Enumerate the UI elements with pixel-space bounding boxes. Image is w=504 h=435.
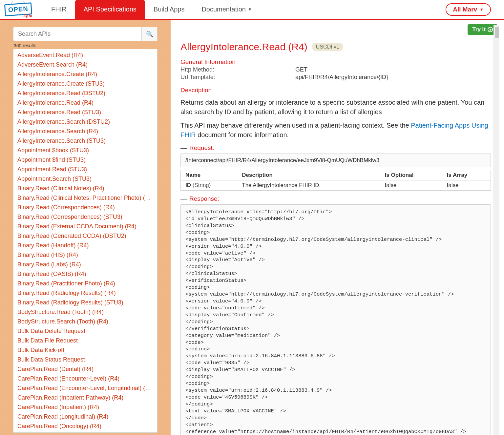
api-list-item[interactable]: Binary.Read (HIS) (R4) — [13, 250, 157, 260]
api-list-item[interactable]: Binary.Read (Clinical Notes, Practitione… — [13, 193, 157, 203]
table-row: ID (String) The AllergyIntolerance FHIR … — [181, 180, 491, 191]
api-list-item[interactable]: Binary.Read (Radiology Results) (STU3) — [13, 298, 157, 307]
top-nav-bar: OPEN FHIRAPI SpecificationsBuild AppsDoc… — [0, 0, 504, 20]
results-count: 360 results — [14, 43, 158, 48]
user-menu-button[interactable]: Ali Marv ▼ — [446, 3, 491, 16]
url-template-row: Url Template: api/FHIR/R4/AllergyIntoler… — [180, 74, 491, 81]
main-panel: Try It ➜ AllergyIntolerance.Read (R4) US… — [171, 20, 504, 435]
api-list[interactable]: AdverseEvent.Read (R4)AdverseEvent.Searc… — [13, 49, 158, 433]
api-list-item[interactable]: Appointment.Search (STU3) — [13, 174, 157, 184]
nav-tab-api-specifications[interactable]: API Specifications — [75, 0, 145, 19]
api-list-item[interactable]: Binary.Read (OASIS) (R4) — [13, 269, 157, 279]
api-list-item[interactable]: CarePlan.Read (Inpatient) (R4) — [13, 403, 157, 412]
http-method-row: Http Method: GET — [180, 66, 491, 73]
api-list-item[interactable]: Binary.Read (Practitioner Photo) (R4) — [13, 279, 157, 288]
search-box: 🔍 — [13, 27, 158, 41]
search-button[interactable]: 🔍 — [141, 27, 157, 41]
api-list-item[interactable]: Bulk Data File Request — [13, 336, 157, 345]
api-list-item[interactable]: CarePlan.Read (Longitudinal) (R4) — [13, 412, 157, 422]
minus-icon: — — [180, 195, 187, 202]
api-list-item[interactable]: Appointment.Read (STU3) — [13, 165, 157, 174]
table-header: Is Array — [442, 170, 491, 180]
api-list-item[interactable]: CarePlan.Read (Inpatient Pathway) (R4) — [13, 393, 157, 403]
logo[interactable]: OPEN — [0, 3, 36, 15]
api-list-item[interactable]: Bulk Data Status Request — [13, 355, 157, 364]
api-list-item[interactable]: AllergyIntolerance.Create (R4) — [13, 70, 157, 79]
api-list-item[interactable]: AllergyIntolerance.Search (R4) — [13, 127, 157, 136]
nav-tab-fhir[interactable]: FHIR — [43, 0, 75, 19]
uscdi-badge: USCDI v1 — [312, 43, 343, 51]
scrollbar-thumb[interactable] — [495, 27, 499, 38]
api-list-item[interactable]: Bulk Data Delete Request — [13, 326, 157, 336]
api-list-item[interactable]: Binary.Read (External CCDA Document) (R4… — [13, 222, 157, 231]
api-list-item[interactable]: Binary.Read (Radiology Results) (R4) — [13, 288, 157, 298]
chevron-down-icon: ▼ — [248, 7, 252, 12]
response-body: <AllergyIntolerance xmlns="http://hl7.or… — [180, 204, 491, 435]
request-url-box: /Interconnect/api/FHIR/R4/AllergyIntoler… — [180, 154, 491, 167]
table-header: Description — [237, 170, 380, 180]
api-list-item[interactable]: AllergyIntolerance.Search (DSTU2) — [13, 117, 157, 127]
sidebar: 🔍 360 results AdverseEvent.Read (R4)Adve… — [0, 20, 171, 435]
chevron-down-icon: ▼ — [480, 7, 484, 12]
search-input[interactable] — [13, 27, 141, 41]
api-list-item[interactable]: AdverseEvent.Read (R4) — [13, 51, 157, 60]
params-table: NameDescriptionIs OptionalIs Array ID (S… — [180, 170, 491, 191]
table-header: Name — [181, 170, 237, 180]
arrow-right-icon: ➜ — [488, 27, 493, 32]
page-title: AllergyIntolerance.Read (R4) USCDI v1 — [180, 41, 491, 52]
api-list-item[interactable]: AllergyIntolerance.Create (STU3) — [13, 79, 157, 89]
nav-tab-build-apps[interactable]: Build Apps — [145, 0, 193, 19]
api-list-item[interactable]: Binary.Read (Correspondences) (STU3) — [13, 212, 157, 222]
api-list-item[interactable]: AdverseEvent.Search (R4) — [13, 60, 157, 70]
table-header: Is Optional — [380, 170, 442, 180]
response-toggle[interactable]: — Response: — [180, 195, 491, 202]
api-list-item[interactable]: Bulk Data Kick-off — [13, 345, 157, 355]
api-list-item[interactable]: AllergyIntolerance.Read (R4) — [13, 98, 157, 108]
api-list-item[interactable]: CarePlan.Read (Oncology) (R4) — [13, 422, 157, 431]
description-paragraph-1: Returns data about an allergy or intoler… — [180, 98, 491, 117]
api-list-item[interactable]: BodyStructure.Search (Tooth) (R4) — [13, 317, 157, 326]
api-list-item[interactable]: AllergyIntolerance.Search (STU3) — [13, 136, 157, 146]
nav-tab-documentation[interactable]: Documentation▼ — [193, 0, 260, 19]
api-list-item[interactable]: Binary.Read (Handoff) (R4) — [13, 241, 157, 250]
api-list-item[interactable]: CarePlan.Read (Dental) (R4) — [13, 364, 157, 374]
search-icon: 🔍 — [146, 31, 153, 37]
description-paragraph-2: This API may behave differently when use… — [180, 121, 491, 140]
try-it-button[interactable]: Try It ➜ — [468, 24, 497, 35]
api-list-item[interactable]: Appointment $book (STU3) — [13, 146, 157, 155]
api-list-item[interactable]: BodyStructure.Read (Tooth) (R4) — [13, 307, 157, 317]
user-name: Ali Marv — [453, 6, 477, 13]
api-list-item[interactable]: CarePlan.Read (Encounter-Level, Longitud… — [13, 383, 157, 393]
scrollbar[interactable] — [494, 25, 499, 435]
api-list-item[interactable]: AllergyIntolerance.Read (STU3) — [13, 108, 157, 117]
api-list-item[interactable]: Binary.Read (Labs) (R4) — [13, 260, 157, 269]
section-general-info: General Information — [180, 58, 491, 66]
api-list-item[interactable]: CarePlan.Read (Encounter-Level) (R4) — [13, 374, 157, 383]
nav-tabs: FHIRAPI SpecificationsBuild AppsDocument… — [43, 0, 261, 19]
api-list-item[interactable]: AllergyIntolerance.Read (DSTU2) — [13, 89, 157, 98]
request-toggle[interactable]: — Request: — [180, 144, 491, 152]
api-list-item[interactable]: Binary.Read (Correspondences) (R4) — [13, 203, 157, 212]
api-list-item[interactable]: Appointment $find (STU3) — [13, 155, 157, 165]
api-list-item[interactable]: Binary.Read (Clinical Notes) (R4) — [13, 184, 157, 193]
minus-icon: — — [180, 144, 187, 152]
section-description: Description — [180, 87, 491, 94]
api-list-item[interactable]: Binary.Read (Generated CCDA) (DSTU2) — [13, 231, 157, 241]
